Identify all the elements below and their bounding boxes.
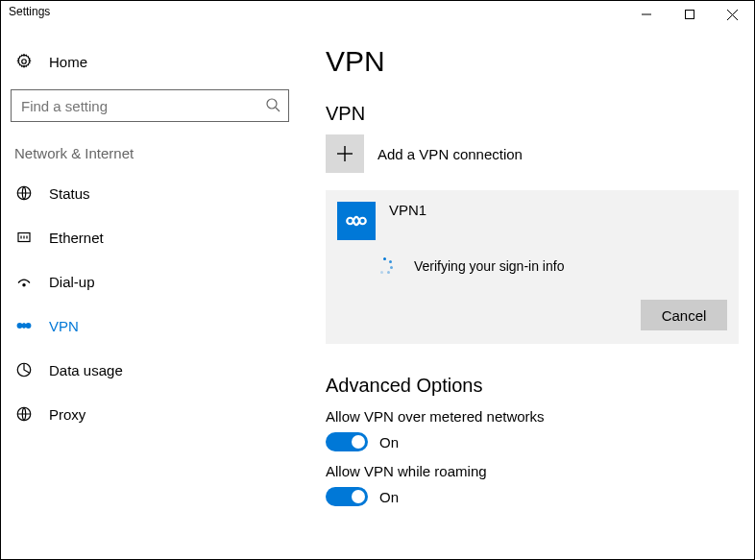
title-bar: Settings <box>1 1 754 30</box>
vpn-card-header: VPN1 <box>337 202 727 240</box>
search-input[interactable] <box>19 97 265 115</box>
cancel-button[interactable]: Cancel <box>641 300 727 330</box>
toggle-metered[interactable] <box>326 432 368 451</box>
svg-point-17 <box>359 218 366 225</box>
svg-point-4 <box>22 60 27 64</box>
gear-icon <box>14 52 34 71</box>
toggle-row-roaming: On <box>326 487 739 506</box>
toggle-roaming-state: On <box>379 489 399 505</box>
option-label-roaming: Allow VPN while roaming <box>326 463 739 479</box>
toggle-metered-state: On <box>379 434 399 450</box>
status-icon <box>14 183 34 203</box>
close-button[interactable] <box>711 1 754 28</box>
svg-line-6 <box>276 108 280 111</box>
svg-rect-1 <box>685 11 694 19</box>
sidebar-home-label: Home <box>49 54 87 70</box>
vpn-icon <box>14 316 34 335</box>
page-title: VPN <box>326 45 739 78</box>
sidebar-item-status[interactable]: Status <box>11 171 289 215</box>
content-area: VPN VPN Add a VPN connection VPN1 <box>299 30 754 559</box>
sidebar-item-vpn[interactable]: VPN <box>11 304 289 348</box>
option-label-metered: Allow VPN over metered networks <box>326 408 739 425</box>
spinner-icon <box>376 257 393 275</box>
add-vpn-button[interactable]: Add a VPN connection <box>326 134 739 173</box>
vpn-connection-card[interactable]: VPN1 Verifying your sign-in info Cancel <box>326 190 739 344</box>
sidebar-item-label: Dial-up <box>49 274 95 290</box>
window-controls <box>624 1 754 28</box>
group-title-vpn: VPN <box>326 103 739 125</box>
plus-icon <box>326 134 364 173</box>
svg-point-9 <box>23 284 25 286</box>
sidebar: Home Network & Internet Status <box>1 30 299 559</box>
window-title: Settings <box>9 1 624 18</box>
sidebar-item-ethernet[interactable]: Ethernet <box>11 215 289 259</box>
main-area: Home Network & Internet Status <box>1 30 754 559</box>
sidebar-item-datausage[interactable]: Data usage <box>11 348 289 392</box>
dialup-icon <box>14 272 34 291</box>
svg-point-10 <box>17 324 22 329</box>
vpn-status-text: Verifying your sign-in info <box>414 258 564 274</box>
svg-point-11 <box>26 324 31 329</box>
group-title-advanced: Advanced Options <box>326 375 739 397</box>
sidebar-home[interactable]: Home <box>11 39 289 84</box>
search-icon <box>265 97 280 115</box>
add-vpn-label: Add a VPN connection <box>378 146 523 162</box>
search-box[interactable] <box>11 89 289 122</box>
sidebar-item-label: Status <box>49 185 90 202</box>
minimize-button[interactable] <box>624 1 668 28</box>
proxy-icon <box>14 404 34 424</box>
sidebar-item-label: Ethernet <box>49 230 104 246</box>
toggle-row-metered: On <box>326 432 739 451</box>
vpn-actions: Cancel <box>337 300 727 330</box>
svg-point-16 <box>347 218 353 225</box>
sidebar-item-label: Proxy <box>49 406 85 423</box>
toggle-roaming[interactable] <box>326 487 368 506</box>
vpn-badge-icon <box>337 202 376 240</box>
vpn-name: VPN1 <box>389 202 426 218</box>
sidebar-item-label: Data usage <box>49 362 123 378</box>
data-usage-icon <box>14 360 34 379</box>
svg-point-5 <box>267 99 277 109</box>
sidebar-section-header: Network & Internet <box>14 145 289 161</box>
sidebar-item-dialup[interactable]: Dial-up <box>11 259 289 304</box>
sidebar-item-label: VPN <box>49 318 79 334</box>
vpn-status-row: Verifying your sign-in info <box>376 257 727 275</box>
maximize-button[interactable] <box>668 1 711 28</box>
sidebar-item-proxy[interactable]: Proxy <box>11 392 289 436</box>
ethernet-icon <box>14 228 34 247</box>
